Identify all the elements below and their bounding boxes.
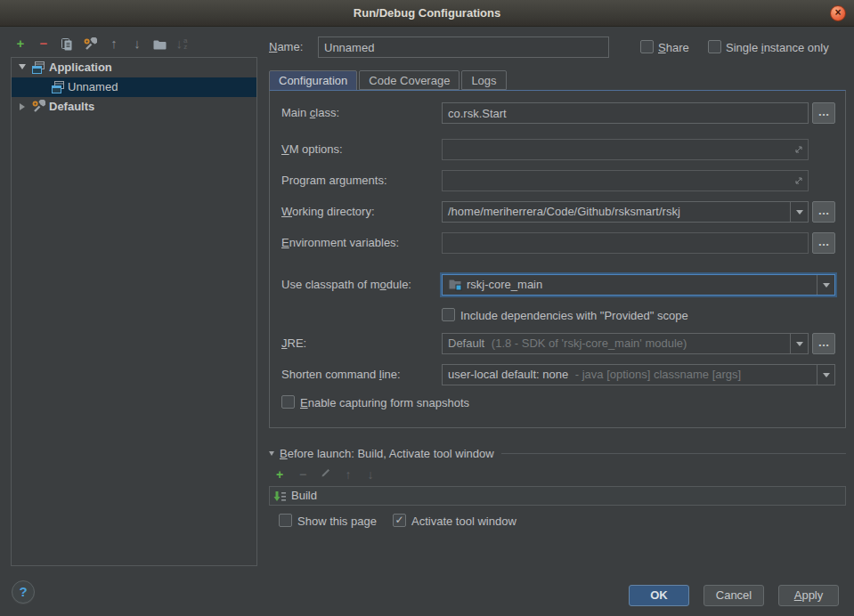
before-launch-add-button[interactable]: + — [271, 466, 289, 482]
classpath-module-combo[interactable]: rskj-core_main — [442, 274, 835, 296]
include-provided-checkbox[interactable] — [442, 308, 455, 321]
expand-field-icon[interactable] — [793, 144, 804, 158]
arrow-down-icon: ↓ — [368, 467, 374, 482]
configurations-tree: Application Unnamed Defaults — [11, 57, 257, 566]
before-launch-move-down-button[interactable]: ↓ — [362, 466, 379, 482]
ellipsis-icon: … — [818, 105, 830, 118]
jre-combo[interactable]: Default (1.8 - SDK of 'rskj-core_main' m… — [442, 333, 809, 354]
copy-configuration-button[interactable] — [57, 34, 77, 53]
ellipsis-icon: … — [818, 235, 830, 248]
tree-item-label: Unnamed — [68, 77, 118, 97]
sort-configurations-button[interactable]: ↓az — [172, 34, 191, 53]
classpath-module-value: rskj-core_main — [467, 278, 542, 291]
working-directory-value: /home/meriherrera/Code/Github/rsksmart/r… — [448, 205, 680, 218]
share-checkbox[interactable] — [640, 40, 654, 53]
form-snapshots-label: Enable capturing form snapshots — [300, 395, 469, 410]
close-button[interactable]: × — [830, 5, 846, 21]
tree-item-defaults[interactable]: Defaults — [12, 97, 256, 117]
tab-configuration[interactable]: Configuration — [269, 70, 357, 91]
minus-icon: − — [299, 467, 306, 482]
tab-code-coverage[interactable]: Code Coverage — [359, 70, 460, 90]
add-configuration-button[interactable]: + — [11, 34, 30, 53]
jre-label: JRE: — [281, 333, 306, 354]
cancel-button[interactable]: Cancel — [704, 585, 764, 606]
ellipsis-icon: … — [818, 204, 830, 217]
dialog-title: Run/Debug Configurations — [0, 0, 854, 27]
move-up-button[interactable]: ↑ — [104, 34, 124, 53]
run-debug-configurations-dialog: Run/Debug Configurations × + − ↑ ↓ ↓az A… — [0, 0, 854, 616]
tab-logs[interactable]: Logs — [461, 70, 506, 90]
jre-value-detail: (1.8 - SDK of 'rskj-core_main' module) — [492, 336, 687, 350]
share-checkbox-label: Share — [658, 40, 689, 55]
environment-variables-input[interactable] — [442, 232, 809, 254]
edit-defaults-button[interactable] — [80, 34, 100, 53]
plus-icon: + — [276, 467, 283, 482]
main-class-label: Main class: — [281, 102, 339, 124]
tree-item-unnamed[interactable]: Unnamed — [12, 77, 256, 97]
help-button[interactable]: ? — [12, 580, 35, 604]
minus-icon: − — [40, 36, 48, 51]
module-icon — [448, 277, 462, 296]
plus-icon: + — [17, 36, 25, 51]
build-icon — [273, 490, 288, 509]
shorten-command-line-label: Shorten command line: — [281, 364, 401, 385]
dropdown-arrow-icon[interactable] — [817, 365, 834, 385]
check-icon: ✓ — [394, 514, 403, 526]
tree-item-label: Application — [49, 58, 112, 77]
expanded-twisty-icon[interactable] — [19, 64, 26, 69]
sort-az-icon: ↓az — [176, 34, 188, 53]
arrow-up-icon: ↑ — [110, 36, 118, 51]
move-down-button[interactable]: ↓ — [127, 34, 147, 53]
before-launch-remove-button[interactable]: − — [294, 466, 312, 482]
form-snapshots-checkbox[interactable] — [281, 395, 295, 409]
before-launch-task-row[interactable]: Build — [269, 486, 846, 506]
create-folder-button[interactable] — [150, 34, 169, 53]
main-class-input[interactable] — [442, 102, 809, 124]
environment-variables-browse-button[interactable]: … — [812, 232, 835, 254]
dropdown-arrow-icon[interactable] — [817, 275, 834, 295]
defaults-wrench-icon — [31, 100, 45, 120]
expand-field-icon[interactable] — [793, 175, 804, 189]
apply-button[interactable]: Apply — [778, 585, 839, 606]
close-icon: × — [834, 6, 841, 19]
activate-tool-window-checkbox[interactable]: ✓ — [393, 514, 406, 527]
name-input[interactable] — [318, 36, 609, 58]
arrow-down-icon: ↓ — [134, 36, 141, 51]
collapsed-twisty-icon[interactable] — [20, 103, 25, 110]
dropdown-arrow-icon[interactable] — [790, 202, 808, 222]
vm-options-input[interactable] — [442, 139, 809, 160]
single-instance-label: Single instance only — [726, 40, 829, 55]
jre-value: Default — [448, 336, 484, 350]
main-class-browse-button[interactable]: … — [812, 102, 835, 124]
shorten-value: user-local default: none — [448, 368, 568, 381]
activate-tool-window-label: Activate tool window — [411, 514, 516, 529]
tree-item-label: Defaults — [49, 97, 94, 117]
tree-item-application[interactable]: Application — [12, 58, 256, 77]
classpath-module-label: Use classpath of module: — [281, 274, 411, 296]
tab-strip: Configuration Code Coverage Logs — [269, 70, 508, 91]
folder-icon — [152, 37, 167, 52]
before-launch-task-label: Build — [291, 487, 317, 505]
remove-configuration-button[interactable]: − — [34, 34, 53, 53]
name-label: Name: — [269, 36, 303, 58]
before-launch-move-up-button[interactable]: ↑ — [339, 466, 357, 482]
arrow-up-icon: ↑ — [346, 467, 352, 482]
dropdown-arrow-icon[interactable] — [790, 334, 808, 353]
wrench-icon — [83, 37, 97, 52]
copy-icon — [60, 37, 74, 52]
help-icon: ? — [19, 584, 27, 599]
single-instance-checkbox[interactable] — [708, 40, 721, 53]
pencil-icon — [320, 466, 332, 479]
program-arguments-input[interactable] — [442, 170, 809, 191]
jre-browse-button[interactable]: … — [812, 333, 835, 354]
working-directory-combo[interactable]: /home/meriherrera/Code/Github/rsksmart/r… — [442, 201, 809, 223]
section-collapse-icon[interactable] — [269, 451, 274, 456]
working-directory-browse-button[interactable]: … — [812, 201, 835, 223]
show-this-page-checkbox[interactable] — [279, 514, 292, 527]
before-launch-section-header[interactable]: Before launch: Build, Activate tool wind… — [269, 446, 846, 460]
ok-button[interactable]: OK — [629, 585, 689, 606]
before-launch-edit-button[interactable] — [317, 466, 335, 482]
configuration-tab-panel: Main class: … VM options: Program argume… — [269, 90, 846, 428]
environment-variables-label: Environment variables: — [281, 232, 399, 254]
shorten-command-line-combo[interactable]: user-local default: none - java [options… — [442, 364, 835, 385]
